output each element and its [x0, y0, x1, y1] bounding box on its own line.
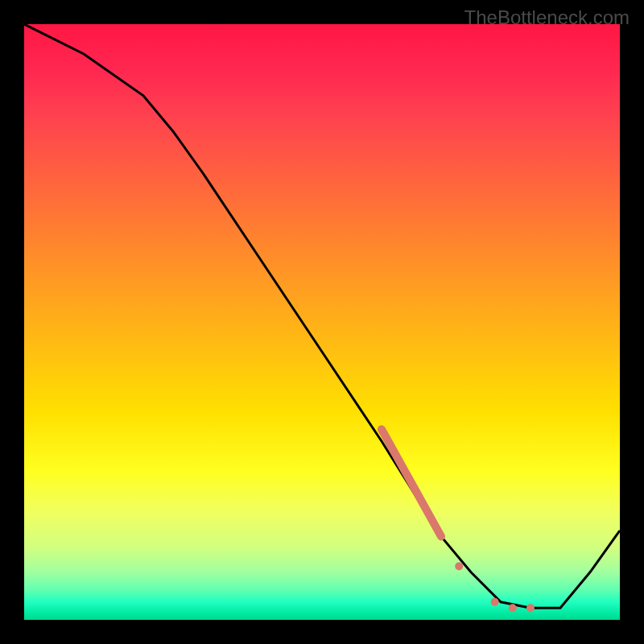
highlight-dot [455, 562, 463, 570]
highlight-dot [526, 604, 535, 612]
highlight-segment [382, 429, 441, 536]
chart-plot-area [24, 24, 620, 620]
watermark-text: TheBottleneck.com [464, 6, 630, 29]
chart-svg [24, 24, 620, 620]
highlight-dot [509, 604, 517, 612]
highlight-dot [491, 598, 499, 606]
bottleneck-curve [24, 24, 620, 608]
